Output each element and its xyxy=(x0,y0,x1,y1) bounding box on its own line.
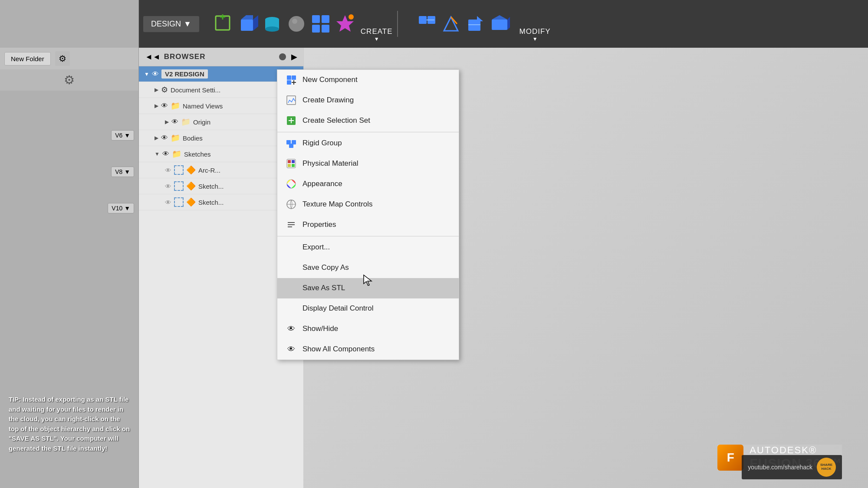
new-component-icon xyxy=(285,74,297,86)
svg-marker-24 xyxy=(477,16,483,21)
menu-properties[interactable]: Properties xyxy=(277,215,459,235)
svg-marker-27 xyxy=(507,17,510,30)
create-special-icon[interactable] xyxy=(334,13,356,35)
export-icon xyxy=(285,241,297,253)
sketch-3-label: Sketch... xyxy=(198,199,224,206)
create-dropdown-icon: ▼ xyxy=(374,36,379,42)
rigid-group-icon xyxy=(285,137,297,149)
create-cylinder-icon[interactable] xyxy=(261,13,283,35)
sketch-icon-arc xyxy=(174,165,184,175)
eye-icon-origin: 👁 xyxy=(171,118,178,126)
youtube-badge: youtube.com/sharehack SHAREHACK xyxy=(742,455,842,479)
v2-redsign-label: V2 REDSIGN xyxy=(161,69,208,79)
menu-rigid-group[interactable]: Rigid Group xyxy=(277,133,459,154)
new-component-label: New Component xyxy=(302,75,358,84)
create-section: CREATE ▼ xyxy=(361,27,393,42)
create-drawing-icon xyxy=(285,94,297,106)
modify-icon-4[interactable] xyxy=(488,13,511,35)
version-v10[interactable]: V10 ▼ xyxy=(108,203,134,213)
save-copy-label: Save Copy As xyxy=(302,263,349,272)
menu-create-drawing[interactable]: Create Drawing xyxy=(277,90,459,111)
context-menu: New Component Create Drawing Create Sele… xyxy=(277,69,459,360)
tip-text: TIP: Instead of exporting as an STL file… xyxy=(9,396,130,452)
tree-expand-arrow: ▼ xyxy=(144,71,149,77)
add-sketch-icon[interactable] xyxy=(212,13,235,35)
sidebar-top: New Folder ⚙ xyxy=(0,48,138,69)
menu-export[interactable]: Export... xyxy=(277,237,459,258)
svg-rect-41 xyxy=(288,160,291,163)
version-v6[interactable]: V6 ▼ xyxy=(108,130,134,141)
eye-icon-arc: 👁 xyxy=(165,167,171,174)
save-stl-label: Save As STL xyxy=(302,284,345,292)
menu-save-copy-as[interactable]: Save Copy As xyxy=(277,258,459,278)
menu-display-detail[interactable]: Display Detail Control xyxy=(277,298,459,319)
menu-create-selection-set[interactable]: Create Selection Set xyxy=(277,111,459,131)
menu-save-as-stl[interactable]: Save As STL xyxy=(277,278,459,298)
properties-label: Properties xyxy=(302,220,336,229)
browser-status-dot xyxy=(279,53,286,60)
properties-icon xyxy=(285,219,297,231)
sidebar-gear-large-icon[interactable]: ⚙ xyxy=(64,73,75,87)
sharehack-logo: SHAREHACK xyxy=(817,458,836,477)
expand-arrow-sketches: ▼ xyxy=(155,151,160,157)
browser-title: BROWSER xyxy=(164,52,206,61)
display-detail-label: Display Detail Control xyxy=(302,304,373,313)
show-all-icon: 👁 xyxy=(285,343,297,355)
modify-icon-3[interactable] xyxy=(464,13,487,35)
browser-expand-icon[interactable]: ▶ xyxy=(291,52,297,62)
create-label: CREATE xyxy=(361,27,393,36)
toolbar-separator xyxy=(397,11,398,37)
svg-rect-44 xyxy=(292,164,295,167)
menu-texture-map[interactable]: Texture Map Controls xyxy=(277,194,459,215)
physical-material-label: Physical Material xyxy=(302,159,358,168)
sidebar-gear-row: ⚙ xyxy=(0,69,138,91)
menu-new-component[interactable]: New Component xyxy=(277,70,459,90)
svg-rect-30 xyxy=(287,80,291,85)
create-box-icon[interactable] xyxy=(237,13,259,35)
arc-label: Arc-R... xyxy=(198,167,220,174)
named-views-label: Named Views xyxy=(183,102,223,110)
origin-label: Origin xyxy=(193,118,210,126)
version-labels: V6 ▼ V8 ▼ V10 ▼ xyxy=(108,130,134,213)
arc-sketch-icon: 🔶 xyxy=(186,165,196,175)
modify-section: MODIFY ▼ xyxy=(519,27,551,42)
new-folder-button[interactable]: New Folder xyxy=(4,52,51,66)
design-button[interactable]: DESIGN ▼ xyxy=(143,16,199,32)
browser-back-icon[interactable]: ◄◄ xyxy=(145,52,161,62)
svg-rect-42 xyxy=(292,160,295,163)
create-group-icon[interactable] xyxy=(309,13,332,35)
create-selection-label: Create Selection Set xyxy=(302,116,370,125)
svg-point-10 xyxy=(292,19,297,24)
eye-icon-s3: 👁 xyxy=(165,199,171,206)
sketch-2-label: Sketch... xyxy=(198,183,224,190)
expand-arrow-origin: ▶ xyxy=(165,119,169,125)
menu-physical-material[interactable]: Physical Material xyxy=(277,154,459,174)
appearance-icon xyxy=(285,178,297,190)
modify-dropdown-icon: ▼ xyxy=(533,36,538,42)
svg-rect-13 xyxy=(312,25,320,33)
eye-icon: 👁 xyxy=(152,70,159,78)
folder-icon-bodies: 📁 xyxy=(171,133,180,143)
separator-2 xyxy=(277,236,459,236)
menu-show-hide[interactable]: 👁 Show/Hide xyxy=(277,319,459,339)
modify-icon-2[interactable] xyxy=(440,13,462,35)
texture-map-label: Texture Map Controls xyxy=(302,200,373,209)
svg-point-9 xyxy=(289,16,304,32)
menu-appearance[interactable]: Appearance xyxy=(277,174,459,194)
appearance-label: Appearance xyxy=(302,180,342,188)
modify-toolbar-icons xyxy=(415,13,511,35)
folder-icon-sketches: 📁 xyxy=(172,149,181,159)
show-hide-icon: 👁 xyxy=(285,323,297,335)
settings-gear-icon[interactable]: ⚙ xyxy=(55,51,70,66)
physical-material-icon xyxy=(285,157,297,170)
modify-icon-1[interactable] xyxy=(415,13,438,35)
sketch-icon-2 xyxy=(174,181,184,191)
create-sphere-icon[interactable] xyxy=(285,13,308,35)
version-v8[interactable]: V8 ▼ xyxy=(108,167,134,177)
menu-show-all[interactable]: 👁 Show All Components xyxy=(277,339,459,360)
eye-icon-sketches: 👁 xyxy=(162,150,169,158)
texture-map-icon xyxy=(285,198,297,210)
svg-marker-20 xyxy=(444,17,458,31)
create-selection-icon xyxy=(285,115,297,127)
create-drawing-label: Create Drawing xyxy=(302,96,354,105)
